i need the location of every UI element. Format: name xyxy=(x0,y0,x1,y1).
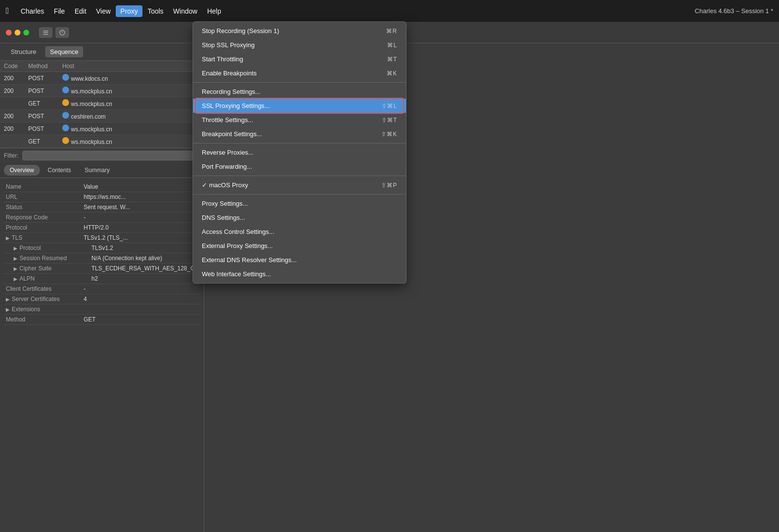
minimize-button[interactable] xyxy=(15,30,20,35)
detail-label-tls: ▶TLS xyxy=(6,234,84,241)
menubar-edit[interactable]: Edit xyxy=(70,5,91,17)
table-row[interactable]: 200 POST ceshiren.com xyxy=(0,110,204,123)
filter-label: Filter: xyxy=(4,152,18,159)
menu-shortcut-macos-proxy: ⇧⌘P xyxy=(381,182,397,189)
menu-label-proxy-settings: Proxy Settings... xyxy=(202,200,248,207)
menubar-right: Charles 4.6b3 – Session 1 * xyxy=(695,7,773,15)
row-host: www.kdocs.cn xyxy=(62,74,200,82)
menu-shortcut-throttle-settings: ⇧⌘T xyxy=(382,117,397,124)
menu-external-dns[interactable]: External DNS Resolver Settings... xyxy=(193,253,406,267)
detail-label-server-certs: ▶Server Certificates xyxy=(6,296,84,302)
detail-row-tls-protocol[interactable]: ▶Protocol TLSv1.2 xyxy=(4,243,200,253)
detail-row-protocol: Protocol HTTP/2.0 xyxy=(4,223,200,233)
menu-recording-settings[interactable]: Recording Settings... xyxy=(193,85,406,99)
toolbar-btn-2[interactable] xyxy=(55,27,69,38)
svg-rect-0 xyxy=(43,31,48,32)
menubar-window[interactable]: Window xyxy=(168,5,202,17)
detail-row-responsecode: Response Code - xyxy=(4,213,200,223)
menu-breakpoint-settings[interactable]: Breakpoint Settings... ⇧⌘K xyxy=(193,127,406,141)
menubar-charles[interactable]: Charles xyxy=(16,5,49,17)
row-method: POST xyxy=(28,75,62,82)
menu-macos-proxy[interactable]: ✓ macOS Proxy ⇧⌘P xyxy=(193,178,406,192)
menubar-help[interactable]: Help xyxy=(202,5,226,17)
left-panel: Structure Sequence Code Method Host 200 … xyxy=(0,43,204,532)
menu-web-interface[interactable]: Web Interface Settings... xyxy=(193,267,406,281)
detail-row-method: Method GET xyxy=(4,315,200,325)
row-method: POST xyxy=(28,125,62,132)
menubar-tools[interactable]: Tools xyxy=(142,5,168,17)
menubar:  Charles File Edit View Proxy Tools Win… xyxy=(0,0,779,22)
menu-label-stop-recording: Stop Recording (Session 1) xyxy=(202,27,279,35)
menu-stop-recording[interactable]: Stop Recording (Session 1) ⌘R xyxy=(193,24,406,38)
menu-label-recording-settings: Recording Settings... xyxy=(202,88,261,95)
detail-row-status: Status Sent request. W... xyxy=(4,202,200,213)
detail-label-method: Method xyxy=(6,316,84,323)
table-row[interactable]: GET ws.mockplus.cn xyxy=(0,135,204,148)
row-host: ceshiren.com xyxy=(62,112,200,120)
row-host: ws.mockplus.cn xyxy=(62,99,200,107)
row-code: 200 xyxy=(4,113,28,120)
menu-ssl-proxying-settings[interactable]: SSL Proxying Settings... ⇧⌘L xyxy=(193,99,406,113)
detail-value-extensions xyxy=(84,306,198,313)
detail-row-tls[interactable]: ▶TLS TLSv1.2 (TLS_... xyxy=(4,233,200,243)
menu-dns-settings[interactable]: DNS Settings... xyxy=(193,211,406,225)
menu-label-breakpoint-settings: Breakpoint Settings... xyxy=(202,130,262,138)
menubar-proxy[interactable]: Proxy xyxy=(116,5,143,17)
menu-proxy-settings[interactable]: Proxy Settings... xyxy=(193,196,406,211)
detail-value-status: Sent request. W... xyxy=(84,204,198,211)
row-method: GET xyxy=(28,138,62,145)
menu-label-reverse-proxies: Reverse Proxies... xyxy=(202,149,253,156)
menubar-title: Charles 4.6b3 – Session 1 * xyxy=(695,7,773,15)
menubar-view[interactable]: View xyxy=(91,5,116,17)
menu-throttle-settings[interactable]: Throttle Settings... ⇧⌘T xyxy=(193,113,406,127)
detail-label-cipher: ▶Cipher Suite xyxy=(14,265,91,272)
menu-shortcut-stop-recording: ⌘R xyxy=(386,28,397,35)
maximize-button[interactable] xyxy=(23,30,29,35)
detail-value-client-certs: - xyxy=(84,285,198,292)
row-method: POST xyxy=(28,88,62,94)
menu-label-ssl-proxying: SSL Proxying Settings... xyxy=(202,102,270,109)
apple-menu[interactable]:  xyxy=(6,6,9,16)
col-method: Method xyxy=(28,63,62,70)
menu-label-access-control: Access Control Settings... xyxy=(202,228,274,235)
menu-external-proxy[interactable]: External Proxy Settings... xyxy=(193,239,406,253)
table-row[interactable]: 200 POST www.kdocs.cn xyxy=(0,72,204,85)
detail-row-client-certs: Client Certificates - xyxy=(4,284,200,294)
row-host: ws.mockplus.cn xyxy=(62,137,200,145)
row-code: 200 xyxy=(4,75,28,82)
detail-label-status: Status xyxy=(6,204,84,211)
svg-rect-1 xyxy=(43,32,48,33)
detail-row-extensions[interactable]: ▶Extensions xyxy=(4,304,200,315)
menu-label-start-throttling: Start Throttling xyxy=(202,55,243,63)
menu-stop-ssl[interactable]: Stop SSL Proxying ⌘L xyxy=(193,38,406,52)
table-row[interactable]: 200 POST ws.mockplus.cn xyxy=(0,123,204,135)
detail-row-session-resumed[interactable]: ▶Session Resumed N/A (Connection kept al… xyxy=(4,253,200,264)
table-row[interactable]: 200 POST ws.mockplus.cn xyxy=(0,85,204,97)
toolbar-btn-1[interactable] xyxy=(39,27,53,38)
detail-label-alpn: ▶ALPN xyxy=(14,275,91,282)
traffic-lights xyxy=(0,26,35,39)
menu-port-forwarding[interactable]: Port Forwarding... xyxy=(193,160,406,174)
menu-start-throttling[interactable]: Start Throttling ⌘T xyxy=(193,52,406,66)
tab-overview[interactable]: Overview xyxy=(4,165,40,176)
detail-row-url: URL https://ws.moc... xyxy=(4,192,200,202)
detail-row-alpn[interactable]: ▶ALPN h2 xyxy=(4,274,200,284)
tab-summary[interactable]: Summary xyxy=(79,165,115,176)
detail-value-protocol: HTTP/2.0 xyxy=(84,224,198,231)
menubar-file[interactable]: File xyxy=(49,5,70,17)
tab-sequence[interactable]: Sequence xyxy=(45,46,84,57)
detail-row-cipher[interactable]: ▶Cipher Suite TLS_ECDHE_RSA_WITH_AES_128… xyxy=(4,264,200,274)
detail-header-row: Name Value xyxy=(4,182,200,192)
menu-reverse-proxies[interactable]: Reverse Proxies... xyxy=(193,145,406,160)
filter-input[interactable] xyxy=(22,151,200,160)
menu-separator-4 xyxy=(193,194,406,195)
tab-structure[interactable]: Structure xyxy=(6,46,41,57)
table-row[interactable]: GET ws.mockplus.cn xyxy=(0,97,204,110)
menu-access-control[interactable]: Access Control Settings... xyxy=(193,225,406,239)
row-method: GET xyxy=(28,100,62,107)
detail-name-col: Name xyxy=(6,183,84,190)
close-button[interactable] xyxy=(6,30,12,35)
tab-contents[interactable]: Contents xyxy=(42,165,77,176)
menu-enable-breakpoints[interactable]: Enable Breakpoints ⌘K xyxy=(193,66,406,80)
detail-row-server-certs[interactable]: ▶Server Certificates 4 xyxy=(4,294,200,304)
